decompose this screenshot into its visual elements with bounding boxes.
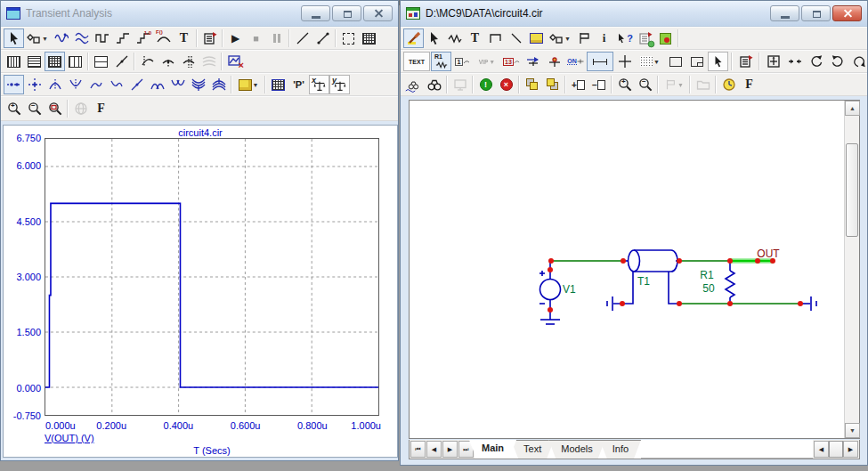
click-select-icon[interactable] — [708, 52, 728, 71]
rotate-icon[interactable] — [806, 52, 826, 71]
remove-page-icon[interactable]: − — [588, 75, 609, 94]
ground-symbol-left[interactable] — [607, 296, 612, 311]
numeric-output-icon[interactable] — [268, 75, 288, 94]
cursor-left-icon[interactable] — [137, 52, 158, 71]
clock-icon[interactable] — [718, 75, 739, 94]
add-page-icon[interactable]: + — [568, 75, 588, 94]
left-titlebar[interactable]: Transient Analysis — [1, 1, 398, 27]
waveform-probe-icon[interactable] — [51, 28, 71, 48]
schematic-canvas[interactable]: V1 T1 R1 50 OUT — [410, 101, 844, 438]
cursor-bottom-icon[interactable] — [158, 52, 178, 71]
cursor-both-icon[interactable] — [178, 52, 199, 71]
minimize-button[interactable] — [770, 5, 799, 21]
text-mode-icon[interactable]: T — [465, 28, 485, 48]
vertical-scroll-track[interactable] — [845, 116, 859, 423]
check-model-icon[interactable]: ! — [475, 75, 496, 94]
border-icon[interactable] — [665, 52, 685, 71]
pause-icon[interactable] — [266, 28, 287, 48]
bottom-stack-icon[interactable] — [188, 75, 208, 94]
accumulate-waves-icon[interactable] — [199, 52, 219, 71]
r1-value[interactable]: 50 — [702, 282, 715, 295]
cross-grid-icon[interactable] — [614, 52, 635, 71]
grid-dots-icon[interactable]: ▼ — [636, 52, 664, 71]
t1-label[interactable]: T1 — [637, 275, 650, 288]
zoom-area-icon[interactable] — [45, 99, 65, 118]
global-high-icon[interactable] — [147, 75, 167, 94]
go-to-performance-icon[interactable]: 'P' — [288, 75, 309, 94]
text-tool-icon[interactable]: T — [174, 28, 194, 48]
send-back-icon[interactable] — [542, 75, 563, 94]
zoom-in-icon[interactable]: + — [614, 75, 635, 94]
info-icon[interactable]: i — [594, 28, 614, 48]
line-style-icon[interactable] — [587, 52, 613, 71]
y-scale-icon[interactable]: y — [329, 75, 350, 94]
plot-legend[interactable]: V(OUT) (V) — [45, 433, 94, 443]
slope-tracker-icon[interactable] — [111, 52, 132, 71]
column-grid-icon[interactable] — [65, 52, 85, 71]
horizontal-grid-icon[interactable] — [24, 52, 45, 71]
attribute-text-icon[interactable]: R1 — [431, 52, 451, 71]
restore-button[interactable] — [801, 5, 831, 21]
function-wave-icon[interactable]: F() — [153, 28, 174, 48]
scroll-up-button[interactable]: ▲ — [845, 101, 860, 116]
x-scale-icon[interactable]: x — [309, 75, 329, 94]
help-pointer-icon[interactable]: ? — [614, 28, 635, 48]
plot-area[interactable] — [45, 138, 379, 416]
full-grid-icon[interactable] — [45, 52, 65, 71]
prev-page-button[interactable]: ◀ — [426, 441, 442, 458]
zoom-out-icon[interactable]: − — [635, 75, 655, 94]
part-box-icon[interactable] — [526, 28, 547, 48]
fit-to-window-icon[interactable] — [784, 52, 805, 71]
measure-line-icon[interactable] — [312, 28, 333, 48]
minimize-button[interactable] — [301, 5, 330, 21]
font-icon[interactable]: F — [739, 75, 759, 94]
out-node-label[interactable]: OUT — [757, 248, 780, 260]
line-tool-icon[interactable] — [292, 28, 312, 48]
flag-list-icon[interactable]: ▼ — [661, 75, 687, 94]
go-to-branch-icon[interactable]: ▼ — [234, 75, 263, 94]
restore-button[interactable] — [332, 5, 361, 21]
node-voltages-icon[interactable]: 13 — [501, 52, 522, 71]
horizontal-scroll-thumb[interactable] — [829, 441, 843, 458]
tab-info[interactable]: Info — [600, 440, 641, 459]
v1-label[interactable]: V1 — [563, 283, 576, 296]
peak-icon[interactable] — [45, 75, 65, 94]
global-low-icon[interactable] — [167, 75, 188, 94]
enable-disable-icon[interactable] — [655, 28, 676, 48]
top-stack-icon[interactable] — [208, 75, 229, 94]
flip-y-icon[interactable] — [848, 52, 868, 71]
select-region-icon[interactable] — [338, 28, 359, 48]
find-part-icon[interactable] — [403, 75, 424, 94]
current-display-icon[interactable] — [523, 52, 543, 71]
flip-x-icon[interactable] — [827, 52, 848, 71]
next-page-button[interactable]: ▶ — [442, 441, 458, 458]
baseline-icon[interactable] — [91, 52, 111, 71]
properties-icon[interactable] — [735, 52, 756, 71]
pulse-source-icon[interactable] — [92, 28, 112, 48]
inflection-icon[interactable] — [126, 75, 147, 94]
diagonal-wire-icon[interactable] — [506, 28, 526, 48]
power-display-icon[interactable] — [544, 52, 564, 71]
sine-source-icon[interactable] — [71, 28, 92, 48]
search-icon[interactable] — [424, 75, 444, 94]
zoom-in-icon[interactable]: + — [4, 99, 24, 118]
grid-panel-icon[interactable] — [359, 28, 379, 48]
vertical-grid-icon[interactable] — [4, 52, 24, 71]
probe-value-icon[interactable]: 1.0 — [133, 28, 153, 48]
vertical-scrollbar[interactable]: ▲ ▼ — [844, 101, 859, 438]
valley-icon[interactable] — [65, 75, 85, 94]
close-button[interactable] — [363, 5, 393, 21]
run-icon[interactable]: ▶ — [225, 28, 246, 48]
scroll-left-button[interactable]: ◀ — [814, 441, 829, 458]
ground-symbol-v1[interactable] — [540, 320, 560, 324]
wire-tool-icon[interactable] — [403, 28, 424, 48]
component-r1[interactable] — [726, 261, 734, 304]
step-waveform-icon[interactable] — [112, 28, 133, 48]
slide-show-icon[interactable] — [450, 75, 470, 94]
text-display-icon[interactable]: TEXT — [403, 52, 430, 71]
horizontal-cursor-icon[interactable] — [4, 75, 24, 94]
bring-front-icon[interactable] — [522, 75, 542, 94]
select-arrow-icon[interactable] — [424, 28, 444, 48]
font-icon[interactable]: F — [91, 99, 111, 118]
first-page-button[interactable]: ⏮ — [410, 441, 426, 458]
